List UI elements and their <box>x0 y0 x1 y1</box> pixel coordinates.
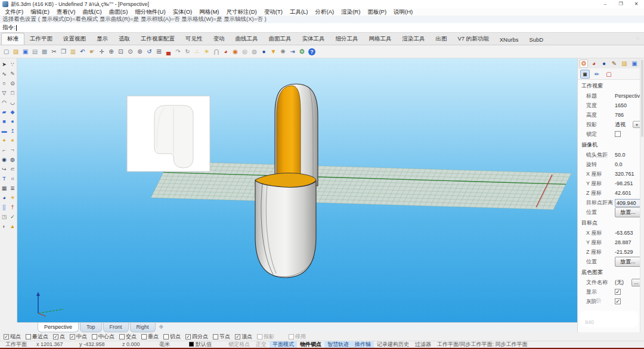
place-button[interactable]: 放置... <box>615 207 641 217</box>
ribbon-tab[interactable]: 选取 <box>113 33 135 45</box>
ribbon-tab[interactable]: 实体工具 <box>297 33 330 45</box>
osnap-item[interactable]: 交点 <box>119 333 137 341</box>
ribbon-tab[interactable]: 设置视图 <box>58 33 91 45</box>
filter-icon[interactable]: ▼ <box>269 47 278 57</box>
menu-item[interactable]: 查看(V) <box>53 8 79 16</box>
circle-tool-icon[interactable]: ○ <box>0 79 8 88</box>
status-item[interactable]: 毫米 <box>156 341 186 348</box>
paste-icon[interactable]: ▥ <box>69 47 78 57</box>
render-preview-icon[interactable]: ◕ <box>0 193 8 202</box>
rotate-view-icon[interactable]: ↻ <box>183 47 192 57</box>
subtab-light[interactable]: ✏ <box>592 70 602 79</box>
osnap-item[interactable]: 节点 <box>213 333 230 341</box>
status-item[interactable]: z 0.000 <box>119 341 156 348</box>
osnap-item[interactable]: 中心点 <box>92 333 114 341</box>
menu-item[interactable]: 分析(A) <box>312 8 338 16</box>
explode-icon[interactable]: ✶ <box>8 136 17 145</box>
ribbon-tab[interactable]: 标准 <box>1 33 24 45</box>
pin-trim-icon[interactable]: ✦ <box>0 136 8 145</box>
tab-libraries[interactable]: ▨ <box>620 60 628 68</box>
fillet-edge-icon[interactable]: ⌐ <box>0 145 8 155</box>
ribbon-tab[interactable]: 渲染工具 <box>397 33 431 45</box>
osnap-item[interactable]: 四分点 <box>185 333 208 341</box>
close-button[interactable]: ✕ <box>628 0 644 8</box>
project-curve-icon[interactable]: ⊂ <box>8 164 17 174</box>
zoom-selected-icon[interactable]: ⊛ <box>135 47 144 57</box>
property-checkbox[interactable] <box>615 298 621 304</box>
ribbon-tab[interactable]: 可见性 <box>180 33 208 45</box>
environment-icon[interactable]: ◐ <box>0 222 8 231</box>
ribbon-tab[interactable]: 曲线工具 <box>230 33 264 45</box>
tab-rendering[interactable]: ● <box>600 60 608 68</box>
red-car-icon[interactable]: ▄ <box>164 47 173 57</box>
undo-icon[interactable]: ↶ <box>78 47 87 57</box>
property-checkbox[interactable] <box>615 131 621 137</box>
extract-surface-icon[interactable]: ◳ <box>0 212 8 222</box>
subtab-display-mode[interactable]: ▢ <box>604 70 614 79</box>
control-point-curve-icon[interactable]: ∿ <box>0 69 8 79</box>
osnap-item[interactable]: 垂点 <box>141 333 159 341</box>
ribbon-tab[interactable]: SubD <box>524 35 549 45</box>
menu-item[interactable]: 渲染(R) <box>338 8 364 16</box>
osnap-item[interactable]: 投影 <box>257 333 274 341</box>
property-input[interactable]: 409.940 <box>615 199 641 207</box>
menu-item[interactable]: 实体(O) <box>169 8 196 16</box>
osnap-checkbox[interactable] <box>141 334 147 339</box>
status-item[interactable]: 工作平面/同步工作平面: 同步工作平面 <box>434 341 531 348</box>
color-wheel-icon[interactable]: ◉ <box>231 47 240 57</box>
osnap-checkbox[interactable] <box>92 334 97 339</box>
check-select-icon[interactable]: ✓ <box>8 212 17 222</box>
reference-image-frame[interactable] <box>127 96 210 172</box>
boolean-union-icon[interactable]: ◉ <box>0 155 8 164</box>
slab-tool-icon[interactable]: ▬ <box>0 126 8 136</box>
lock-icon[interactable]: ⋂ <box>212 47 221 57</box>
dimension-tool-icon[interactable]: ⌗ <box>8 174 17 183</box>
osnap-checkbox[interactable] <box>53 334 58 339</box>
undo-view-icon[interactable]: ↺ <box>145 47 154 57</box>
menu-item[interactable]: 面板(P) <box>364 8 390 16</box>
arc-tool-icon[interactable]: ◠ <box>0 98 8 107</box>
status-item[interactable]: x 1201.367 <box>33 341 76 348</box>
ribbon-tab[interactable]: 变动 <box>208 33 230 45</box>
panel-scrollbar[interactable] <box>640 58 644 332</box>
open-folder-icon[interactable]: ▨ <box>11 47 20 57</box>
block-tool-icon[interactable]: ▦ <box>0 183 8 193</box>
cplane-icon[interactable]: ↷ <box>174 47 182 57</box>
osnap-checkbox[interactable] <box>26 334 31 339</box>
tab-materials[interactable]: ✎ <box>610 60 618 68</box>
link-icon[interactable]: ⇥ <box>288 47 297 57</box>
boolean-difference-icon[interactable]: ◍ <box>8 155 17 164</box>
osnap-checkbox[interactable] <box>185 334 191 339</box>
viewport-tab[interactable]: Right <box>130 323 156 332</box>
status-item[interactable]: 操作轴 <box>352 341 374 348</box>
perspective-viewport[interactable] <box>17 58 577 322</box>
ribbon-tab[interactable]: 网格工具 <box>364 33 397 45</box>
viewport-tab[interactable]: Perspective <box>38 323 79 332</box>
ribbon-tab[interactable]: 出图 <box>431 33 453 45</box>
osnap-checkbox[interactable] <box>119 334 125 339</box>
osnap-checkbox[interactable] <box>257 334 262 339</box>
array-tool-icon[interactable]: ≣ <box>8 183 17 193</box>
web-globe-icon[interactable]: ❂ <box>298 47 306 57</box>
zoom-dynamic-icon[interactable]: ⊙ <box>126 47 135 57</box>
cut-icon[interactable]: ✂ <box>49 47 58 57</box>
ribbon-tab[interactable]: 工作视窗配置 <box>135 33 180 45</box>
menu-item[interactable]: 尺寸标注(D) <box>223 8 261 16</box>
panel-scrollbar-thumb[interactable] <box>641 60 643 137</box>
polygon-tool-icon[interactable]: ▽ <box>0 88 8 98</box>
osnap-checkbox[interactable] <box>289 334 294 339</box>
zoom-icon[interactable]: ⊕ <box>107 47 116 57</box>
lightbulb-icon[interactable]: ☀ <box>202 47 211 57</box>
rectangle-tool-icon[interactable]: □ <box>8 88 17 98</box>
status-item[interactable]: 工作平面 <box>2 341 33 348</box>
menu-item[interactable]: 编辑(E) <box>27 8 53 16</box>
pan-hand-icon[interactable]: ☛ <box>88 47 97 57</box>
osnap-item[interactable]: 切点 <box>163 333 181 341</box>
status-item[interactable]: 智慧轨迹 <box>324 341 352 348</box>
osnap-checkbox[interactable] <box>235 334 240 339</box>
ghosted-display-icon[interactable]: ◎ <box>240 47 249 57</box>
curve-from-object-icon[interactable]: ↪ <box>0 164 8 174</box>
chamfer-edge-icon[interactable]: ¬ <box>8 145 17 155</box>
viewport-tab[interactable]: Front <box>103 323 129 332</box>
tab-display[interactable]: ▣ <box>630 60 639 68</box>
